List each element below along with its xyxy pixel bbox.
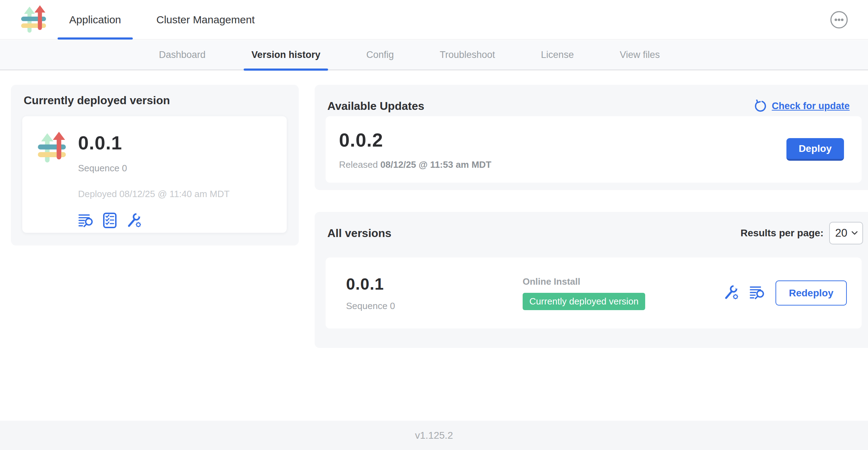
deployed-version-number: 0.0.1: [78, 132, 230, 154]
all-versions-panel: All versions Results per page: 20 0.0.1 …: [315, 212, 868, 348]
available-updates-title: Available Updates: [327, 100, 424, 113]
view-logs-icon: [749, 285, 765, 301]
subnav-troubleshoot[interactable]: Troubleshoot: [440, 40, 495, 70]
row-edit-config-button[interactable]: [723, 285, 739, 301]
refresh-icon: [754, 100, 767, 113]
all-versions-title: All versions: [327, 227, 391, 240]
deployed-sequence: Sequence 0: [78, 163, 230, 174]
available-update-card: 0.0.2 Released 08/12/25 @ 11:53 am MDT D…: [326, 116, 862, 183]
row-view-logs-button[interactable]: [749, 285, 765, 301]
view-logs-icon: [78, 213, 94, 229]
subnav-dashboard[interactable]: Dashboard: [159, 40, 206, 70]
results-per-page-label: Results per page:: [741, 227, 824, 239]
install-type-label: Online Install: [523, 276, 645, 287]
chevron-down-icon: [851, 231, 858, 235]
check-for-update-link[interactable]: Check for update: [754, 100, 850, 113]
console-version: v1.125.2: [415, 430, 453, 441]
kots-admin-console: Application Cluster Management Dashboard…: [0, 0, 868, 450]
app-logo-icon: [20, 5, 49, 34]
redeploy-button[interactable]: Redeploy: [775, 280, 847, 306]
preflight-checks-button[interactable]: [103, 212, 117, 230]
currently-deployed-panel: Currently deployed version 0.0.1 Sequenc…: [11, 85, 299, 245]
app-subnav: Dashboard Version history Config Trouble…: [0, 40, 868, 70]
version-row-status: Online Install Currently deployed versio…: [523, 276, 645, 310]
view-logs-button[interactable]: [78, 213, 94, 229]
deploy-button[interactable]: Deploy: [786, 138, 844, 161]
version-row-info: 0.0.1 Sequence 0: [346, 274, 523, 312]
update-released-timestamp: Released 08/12/25 @ 11:53 am MDT: [339, 159, 492, 170]
version-row: 0.0.1 Sequence 0 Online Install Currentl…: [326, 257, 862, 328]
version-row-actions: Redeploy: [723, 280, 847, 306]
row-version-number: 0.0.1: [346, 274, 523, 294]
preflight-checks-icon: [103, 212, 117, 230]
deployed-version-info: 0.0.1 Sequence 0 Deployed 08/12/25 @ 11:…: [78, 132, 230, 233]
results-per-page-select[interactable]: 20: [829, 222, 863, 244]
update-version-number: 0.0.2: [339, 129, 492, 151]
results-per-page: Results per page: 20: [741, 222, 863, 244]
tab-application[interactable]: Application: [58, 0, 133, 40]
subnav-config[interactable]: Config: [366, 40, 394, 70]
deployed-version-actions: [78, 212, 230, 230]
overflow-menu-button[interactable]: [830, 11, 848, 29]
app-logo-icon: [36, 132, 69, 164]
row-sequence: Sequence 0: [346, 301, 523, 312]
deployed-timestamp: Deployed 08/12/25 @ 11:40 am MDT: [78, 189, 230, 200]
subnav-license[interactable]: License: [541, 40, 574, 70]
available-updates-panel: Available Updates Check for update 0.0.2…: [315, 85, 868, 190]
currently-deployed-card: 0.0.1 Sequence 0 Deployed 08/12/25 @ 11:…: [22, 116, 287, 233]
subnav-view-files[interactable]: View files: [620, 40, 660, 70]
config-wrench-icon: [126, 213, 142, 229]
currently-deployed-badge: Currently deployed version: [523, 293, 645, 310]
update-info: 0.0.2 Released 08/12/25 @ 11:53 am MDT: [339, 129, 492, 170]
subnav-version-history[interactable]: Version history: [251, 40, 320, 70]
console-footer: v1.125.2: [0, 421, 868, 450]
config-wrench-icon: [723, 285, 739, 301]
top-tabs: Application Cluster Management: [58, 0, 266, 40]
ellipsis-icon: [830, 25, 848, 30]
tab-cluster-management[interactable]: Cluster Management: [145, 0, 266, 40]
top-header: Application Cluster Management: [0, 0, 868, 40]
edit-config-button[interactable]: [126, 213, 142, 229]
currently-deployed-title: Currently deployed version: [24, 94, 170, 107]
